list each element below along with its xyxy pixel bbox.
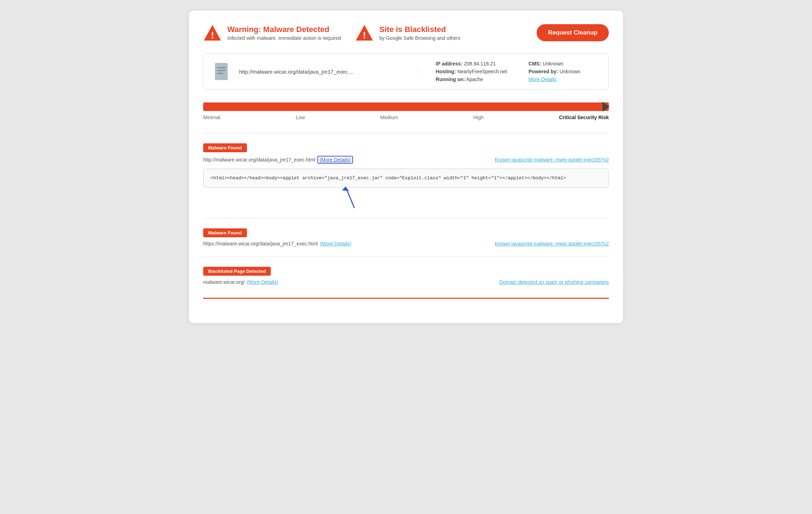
finding-3-badge: Blacklisted Page Detected [203,267,271,276]
divider-4 [203,298,609,299]
blacklist-alert-sub: by Google Safe Browsing and others [379,35,460,41]
svg-rect-5 [217,67,226,68]
finding-3-row: malware.wicar.org/ (More Details) Domain… [203,279,609,285]
finding-1-badge: Malware Found [203,143,247,152]
svg-rect-6 [217,70,226,71]
svg-line-8 [346,187,354,208]
finding-2-left: https://malware.wicar.org/data/java_jre1… [203,241,351,247]
finding-2-more-details[interactable]: (More Details) [320,241,351,247]
risk-bar-arrow [602,102,610,112]
divider-2 [203,218,609,218]
divider-1 [203,133,609,133]
running-label: Running on: Apache [436,76,507,82]
finding-3: Blacklisted Page Detected malware.wicar.… [203,267,609,285]
finding-2-badge: Malware Found [203,228,247,237]
site-url: http://malware.wicar.org/data/java_jre17… [239,69,419,75]
blacklist-alert-block: ! Site is Blacklisted by Google Safe Bro… [355,23,460,42]
arrow-svg [338,183,367,212]
finding-1-row: http://malware.wicar.org/data/java_jre17… [203,156,609,164]
finding-2: Malware Found https://malware.wicar.org/… [203,228,609,247]
divider-3 [203,256,609,257]
finding-1-more-details[interactable]: (More Details) [317,156,353,164]
svg-rect-7 [217,73,223,74]
finding-1-known-malware[interactable]: Known javascript malware: mwjs-applet-in… [495,157,609,163]
finding-2-known-malware[interactable]: Known javascript malware: mwjs-applet-in… [495,241,609,247]
finding-3-known-malware[interactable]: Domain detected on spam or phishing camp… [500,279,609,285]
site-more-details-link[interactable]: More Details [528,76,557,82]
finding-3-left: malware.wicar.org/ (More Details) [203,279,278,285]
more-details-link-container: More Details [528,76,600,82]
blacklist-alert-text: Site is Blacklisted by Google Safe Brows… [379,25,460,41]
ip-label: IP address: 208.94.116.21 [436,61,507,67]
site-info-box: http://malware.wicar.org/data/java_jre17… [203,53,609,90]
malware-warning-icon: ! [203,23,222,42]
blacklist-alert-title: Site is Blacklisted [379,25,460,34]
finding-2-row: https://malware.wicar.org/data/java_jre1… [203,241,609,247]
malware-alert-sub: Infected with malware. Immediate action … [227,35,341,41]
document-icon [212,62,231,81]
risk-high: High [473,115,484,120]
risk-critical: Critical Security Risk [559,115,609,120]
blacklist-warning-icon: ! [355,23,374,42]
hosting-label: Hosting: NearlyFreeSpeech.net [436,69,507,74]
finding-1-left: http://malware.wicar.org/data/java_jre17… [203,156,353,164]
site-meta: IP address: 208.94.116.21 CMS: Unknown H… [427,61,600,82]
svg-text:!: ! [363,30,366,41]
risk-section: Minimal Low Medium High Critical Securit… [203,102,609,120]
svg-text:!: ! [211,30,214,41]
main-card: ! Warning: Malware Detected Infected wit… [189,11,623,323]
powered-label: Powered by: Unknown [528,69,600,74]
malware-alert-text: Warning: Malware Detected Infected with … [227,25,341,41]
finding-1: Malware Found http://malware.wicar.org/d… [203,143,609,208]
header-row: ! Warning: Malware Detected Infected wit… [203,23,609,42]
request-cleanup-button[interactable]: Request Cleanup [537,24,609,41]
svg-rect-4 [215,63,228,80]
finding-1-code: <html><head></head><body><applet archive… [211,175,566,181]
finding-2-url: https://malware.wicar.org/data/java_jre1… [203,241,318,247]
risk-medium: Medium [380,115,398,120]
risk-labels: Minimal Low Medium High Critical Securit… [203,115,609,120]
finding-3-url: malware.wicar.org/ [203,279,245,285]
finding-1-url: http://malware.wicar.org/data/java_jre17… [203,157,315,163]
cms-label: CMS: Unknown [528,61,600,67]
finding-1-code-box: <html><head></head><body><applet archive… [203,169,609,187]
finding-3-more-details[interactable]: (More Details) [247,279,278,285]
malware-alert-block: ! Warning: Malware Detected Infected wit… [203,23,341,42]
malware-alert-title: Warning: Malware Detected [227,25,341,34]
risk-minimal: Minimal [203,115,220,120]
risk-low: Low [296,115,305,120]
risk-bar [203,102,609,111]
